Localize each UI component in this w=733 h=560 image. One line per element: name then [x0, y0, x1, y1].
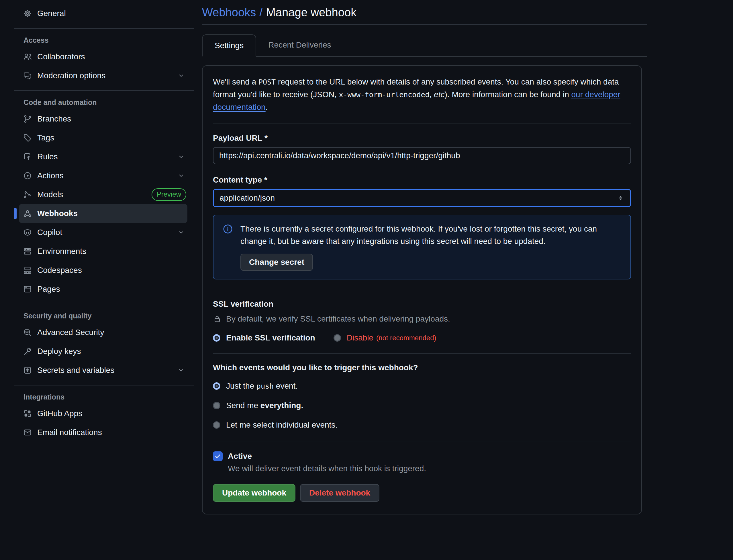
individual-events-radio[interactable]: [213, 421, 220, 429]
sidebar-item-email-notifications[interactable]: Email notifications: [19, 423, 187, 442]
breadcrumb-separator: /: [259, 6, 262, 19]
just-push-radio[interactable]: [213, 382, 220, 390]
ssl-options-row: Enable SSL verification Disable (not rec…: [213, 333, 631, 342]
sidebar-item-moderation-options[interactable]: Moderation options: [19, 66, 187, 85]
page-title-text: Manage webhook: [266, 6, 356, 19]
sidebar-item-label: Pages: [37, 285, 60, 294]
sidebar-item-label: General: [37, 9, 66, 18]
sidebar-item-general[interactable]: General: [19, 4, 187, 23]
sidebar-divider: [14, 304, 194, 304]
sidebar-item-label: Copilot: [37, 228, 62, 237]
webhook-settings-card: We'll send a POST request to the URL bel…: [202, 65, 642, 514]
sidebar-item-rules[interactable]: Rules: [19, 147, 187, 166]
sidebar-item-codespaces[interactable]: Codespaces: [19, 261, 187, 280]
sidebar-item-label: Codespaces: [37, 266, 82, 275]
intro-segment: We'll send a: [213, 77, 258, 86]
sidebar-item-label: Collaborators: [37, 52, 85, 61]
disable-ssl-note: (not recommended): [376, 334, 436, 342]
active-checkbox[interactable]: [213, 451, 223, 461]
sidebar-item-secrets-variables[interactable]: Secrets and variables: [19, 361, 187, 380]
sidebar-item-webhooks[interactable]: Webhooks: [19, 204, 187, 223]
people-icon: [23, 52, 32, 61]
urlencoded-code-text: x-www-form-urlencoded: [339, 91, 430, 99]
sidebar-item-models[interactable]: Models Preview: [19, 185, 187, 204]
active-indicator-bar: [14, 208, 17, 219]
content-type-selected-value: application/json: [219, 193, 275, 203]
server-icon: [23, 247, 32, 256]
sidebar-item-label: Webhooks: [37, 209, 78, 218]
change-secret-button[interactable]: Change secret: [240, 254, 313, 271]
sidebar-item-pages[interactable]: Pages: [19, 280, 187, 299]
intro-segment: ,: [430, 90, 434, 99]
section-divider: [213, 353, 631, 354]
sidebar-item-collaborators[interactable]: Collaborators: [19, 47, 187, 66]
individual-events-label: Let me select individual events.: [226, 420, 338, 430]
sidebar-item-copilot[interactable]: Copilot: [19, 223, 187, 242]
chevron-down-icon: [178, 367, 185, 374]
ssl-note-text: By default, we verify SSL certificates w…: [226, 314, 450, 324]
sidebar-item-label: Moderation options: [37, 71, 105, 80]
breadcrumb-webhooks-link[interactable]: Webhooks: [202, 6, 256, 19]
section-divider: [213, 124, 631, 124]
tab-settings[interactable]: Settings: [202, 34, 256, 57]
send-everything-radio[interactable]: [213, 402, 220, 409]
ssl-note-row: By default, we verify SSL certificates w…: [213, 314, 631, 324]
sidebar-item-label: Models: [37, 190, 63, 199]
disable-ssl-label: Disable: [347, 333, 373, 342]
key-asterisk-icon: [23, 366, 32, 375]
sidebar-item-tags[interactable]: Tags: [19, 128, 187, 147]
event-option-just-push: Just the push event.: [213, 380, 631, 392]
webhook-settings-main: Webhooks / Manage webhook Settings Recen…: [202, 0, 647, 514]
sidebar-item-branches[interactable]: Branches: [19, 109, 187, 128]
webhook-icon: [23, 209, 32, 218]
send-everything-label: Send me everything.: [226, 401, 303, 410]
payload-url-input[interactable]: [213, 147, 631, 164]
sidebar-item-actions[interactable]: Actions: [19, 166, 187, 185]
post-code-text: POST: [258, 78, 276, 86]
intro-segment: ). More information can be found in: [445, 90, 571, 99]
sidebar-item-label: Environments: [37, 247, 86, 256]
secret-info-message: There is currently a secret configured f…: [240, 223, 619, 247]
sidebar-section-header-integrations: Integrations: [0, 393, 198, 401]
sidebar-item-deploy-keys[interactable]: Deploy keys: [19, 342, 187, 361]
sidebar-item-label: Branches: [37, 114, 71, 124]
sidebar-item-environments[interactable]: Environments: [19, 242, 187, 261]
sidebar-divider: [14, 28, 194, 29]
info-icon: [223, 223, 233, 271]
tab-bar: Settings Recent Deliveries: [202, 34, 647, 57]
intro-text: We'll send a POST request to the URL bel…: [213, 76, 631, 113]
code-scan-icon: [23, 328, 32, 337]
event-option-individual: Let me select individual events.: [213, 419, 631, 431]
page-title: Webhooks / Manage webhook: [202, 4, 647, 21]
delete-webhook-button[interactable]: Delete webhook: [300, 484, 379, 502]
gear-icon: [23, 9, 32, 18]
active-row: Active: [213, 451, 631, 461]
sidebar-item-label: Deploy keys: [37, 347, 81, 356]
repository-settings-page: General Access Collaborators Moderation …: [0, 0, 733, 514]
chevron-down-icon: [178, 172, 185, 179]
tab-recent-deliveries[interactable]: Recent Deliveries: [256, 34, 343, 56]
select-caret-icon: [617, 194, 624, 202]
disable-ssl-radio[interactable]: [334, 334, 341, 342]
models-icon: [23, 190, 32, 199]
section-divider: [213, 290, 631, 290]
sidebar-item-label: Tags: [37, 133, 54, 142]
sidebar-divider: [14, 385, 194, 385]
update-webhook-button[interactable]: Update webhook: [213, 484, 295, 502]
lock-icon: [213, 315, 222, 323]
enable-ssl-radio[interactable]: [213, 334, 220, 342]
comment-discussion-icon: [23, 71, 32, 80]
mail-icon: [23, 428, 32, 437]
content-type-label: Content type *: [213, 175, 631, 185]
sidebar-section-header-code-automation: Code and automation: [0, 98, 198, 107]
ssl-verification-heading: SSL verification: [213, 299, 631, 309]
chevron-down-icon: [178, 72, 185, 79]
sidebar-item-advanced-security[interactable]: Advanced Security: [19, 323, 187, 342]
secret-info-box: There is currently a secret configured f…: [213, 215, 631, 279]
section-divider: [213, 442, 631, 442]
content-type-select[interactable]: application/json: [213, 189, 631, 207]
rules-icon: [23, 152, 32, 161]
apps-icon: [23, 409, 32, 418]
sidebar-divider: [14, 90, 194, 91]
sidebar-item-github-apps[interactable]: GitHub Apps: [19, 404, 187, 423]
